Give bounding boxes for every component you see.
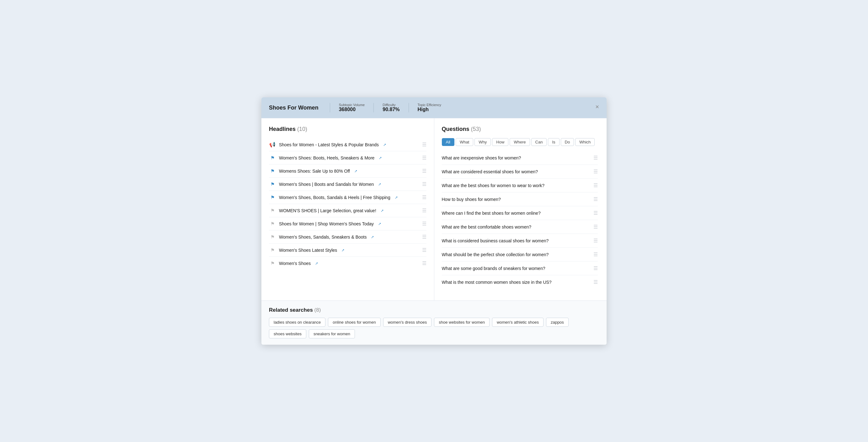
headline-item: ⚑ Shoes for Women | Shop Women's Shoes T… — [269, 217, 427, 230]
headline-left: 📢 Shoes for Women - Latest Styles & Popu… — [269, 142, 386, 148]
filter-tab-all[interactable]: All — [442, 138, 455, 146]
headline-item: 📢 Shoes for Women - Latest Styles & Popu… — [269, 138, 427, 151]
headline-external-link[interactable]: ➚ — [371, 235, 374, 239]
headline-icon-wrap: ⚑ — [269, 168, 276, 174]
questions-count: (53) — [471, 126, 481, 132]
headline-external-link[interactable]: ➚ — [383, 143, 386, 147]
drag-handle-icon[interactable]: ☰ — [422, 234, 427, 240]
question-item: What are the best comfortable shoes wome… — [442, 220, 598, 234]
headline-text: Womens Shoes: Sale Up to 80% Off — [279, 169, 350, 174]
related-tag[interactable]: sneakers for women — [309, 329, 355, 338]
related-tag[interactable]: zappos — [546, 318, 569, 327]
question-text: What is considered business casual shoes… — [442, 238, 549, 243]
filter-tab-can[interactable]: Can — [531, 138, 547, 146]
headlines-title: Headlines (10) — [269, 126, 427, 132]
headline-item: ⚑ Women's Shoes | Boots and Sandals for … — [269, 178, 427, 191]
question-drag-handle-icon[interactable]: ☰ — [593, 155, 598, 161]
headline-text: Shoes for Women | Shop Women's Shoes Tod… — [279, 221, 374, 226]
filter-tab-which[interactable]: Which — [575, 138, 595, 146]
related-tag[interactable]: ladies shoes on clearance — [269, 318, 326, 327]
related-tag[interactable]: shoe websites for women — [434, 318, 490, 327]
question-text: What is the most common women shoes size… — [442, 280, 552, 285]
question-item: How to buy shoes for women? ☰ — [442, 193, 598, 206]
modal-header: Shoes For Women Subtopic Volume 368000 D… — [261, 97, 607, 118]
headline-external-link[interactable]: ➚ — [354, 169, 358, 173]
question-item: What are considered essential shoes for … — [442, 165, 598, 179]
question-text: What are considered essential shoes for … — [442, 169, 538, 174]
question-drag-handle-icon[interactable]: ☰ — [593, 210, 598, 216]
megaphone-icon: 📢 — [269, 142, 276, 148]
headline-external-link[interactable]: ➚ — [378, 182, 381, 186]
question-item: What is considered business casual shoes… — [442, 234, 598, 248]
drag-handle-icon[interactable]: ☰ — [422, 247, 427, 253]
related-tag[interactable]: women's athletic shoes — [492, 318, 544, 327]
filter-tabs: AllWhatWhyHowWhereCanIsDoWhich — [442, 138, 599, 146]
headlines-list: 📢 Shoes for Women - Latest Styles & Popu… — [269, 138, 427, 270]
headline-item: ⚑ Women's Shoes Latest Styles ➚ ☰ — [269, 244, 427, 257]
filter-tab-is[interactable]: Is — [548, 138, 559, 146]
headline-external-link[interactable]: ➚ — [341, 248, 345, 253]
question-text: What are the best comfortable shoes wome… — [442, 225, 532, 230]
drag-handle-icon[interactable]: ☰ — [422, 155, 427, 161]
questions-title: Questions (53) — [442, 126, 599, 132]
filter-tab-where[interactable]: Where — [509, 138, 530, 146]
question-drag-handle-icon[interactable]: ☰ — [593, 224, 598, 230]
question-item: What is the most common women shoes size… — [442, 275, 598, 289]
drag-handle-icon[interactable]: ☰ — [422, 142, 427, 148]
question-drag-handle-icon[interactable]: ☰ — [593, 238, 598, 244]
headline-item: ⚑ Women's Shoes, Sandals, Sneakers & Boo… — [269, 230, 427, 244]
headline-icon-wrap: ⚑ — [269, 247, 276, 253]
headline-external-link[interactable]: ➚ — [381, 208, 384, 213]
headline-left: ⚑ WOMEN'S SHOES | Large Selection, great… — [269, 208, 384, 213]
question-item: What are the best shoes for women to wea… — [442, 179, 598, 193]
question-drag-handle-icon[interactable]: ☰ — [593, 169, 598, 175]
filter-tab-what[interactable]: What — [456, 138, 473, 146]
headline-item: ⚑ Women's Shoes: Boots, Heels, Sneakers … — [269, 151, 427, 165]
question-drag-handle-icon[interactable]: ☰ — [593, 279, 598, 285]
drag-handle-icon[interactable]: ☰ — [422, 260, 427, 266]
questions-panel: Questions (53) AllWhatWhyHowWhereCanIsDo… — [434, 118, 607, 300]
headline-text: Women's Shoes, Sandals, Sneakers & Boots — [279, 235, 367, 239]
headline-external-link[interactable]: ➚ — [378, 222, 381, 226]
headline-icon-wrap: 📢 — [269, 142, 276, 148]
flag-icon-gray: ⚑ — [271, 221, 275, 227]
headline-external-link[interactable]: ➚ — [395, 195, 398, 200]
topic-efficiency-value: High — [418, 107, 441, 112]
headline-text: Women's Shoes | Boots and Sandals for Wo… — [279, 182, 374, 187]
drag-handle-icon[interactable]: ☰ — [422, 221, 427, 227]
related-searches-section: Related searches (8) ladies shoes on cle… — [261, 300, 607, 345]
subtopic-volume-group: Subtopic Volume 368000 — [339, 103, 365, 112]
drag-handle-icon[interactable]: ☰ — [422, 168, 427, 174]
question-drag-handle-icon[interactable]: ☰ — [593, 182, 598, 188]
header-stats: Subtopic Volume 368000 Difficulty 90.87%… — [329, 103, 441, 112]
related-tag[interactable]: online shoes for women — [328, 318, 380, 327]
filter-tab-why[interactable]: Why — [474, 138, 491, 146]
headline-icon-wrap: ⚑ — [269, 261, 276, 266]
headline-external-link[interactable]: ➚ — [379, 156, 382, 160]
question-item: What are inexpensive shoes for women? ☰ — [442, 151, 598, 165]
topic-efficiency-group: Topic Efficiency High — [418, 103, 441, 112]
headlines-panel: Headlines (10) 📢 Shoes for Women - Lates… — [261, 118, 434, 300]
divider-1 — [330, 103, 330, 112]
flag-icon-gray: ⚑ — [271, 208, 275, 213]
headline-left: ⚑ Women's Shoes, Sandals, Sneakers & Boo… — [269, 234, 374, 240]
headline-text: Women's Shoes, Boots, Sandals & Heels | … — [279, 195, 391, 200]
related-searches-title: Related searches (8) — [269, 307, 599, 313]
filter-tab-how[interactable]: How — [492, 138, 508, 146]
headline-icon-wrap: ⚑ — [269, 234, 276, 240]
filter-tab-do[interactable]: Do — [561, 138, 574, 146]
related-tag[interactable]: shoes websites — [269, 329, 306, 338]
subtopic-volume-label: Subtopic Volume — [339, 103, 365, 107]
drag-handle-icon[interactable]: ☰ — [422, 207, 427, 213]
headline-external-link[interactable]: ➚ — [315, 261, 318, 266]
questions-list-scroll[interactable]: What are inexpensive shoes for women? ☰ … — [442, 151, 599, 289]
question-drag-handle-icon[interactable]: ☰ — [593, 196, 598, 202]
close-button[interactable]: × — [593, 103, 601, 111]
difficulty-value: 90.87% — [382, 107, 400, 112]
headline-left: ⚑ Women's Shoes: Boots, Heels, Sneakers … — [269, 155, 382, 161]
drag-handle-icon[interactable]: ☰ — [422, 181, 427, 187]
question-drag-handle-icon[interactable]: ☰ — [593, 265, 598, 271]
related-tag[interactable]: women's dress shoes — [383, 318, 432, 327]
drag-handle-icon[interactable]: ☰ — [422, 194, 427, 200]
question-drag-handle-icon[interactable]: ☰ — [593, 252, 598, 258]
